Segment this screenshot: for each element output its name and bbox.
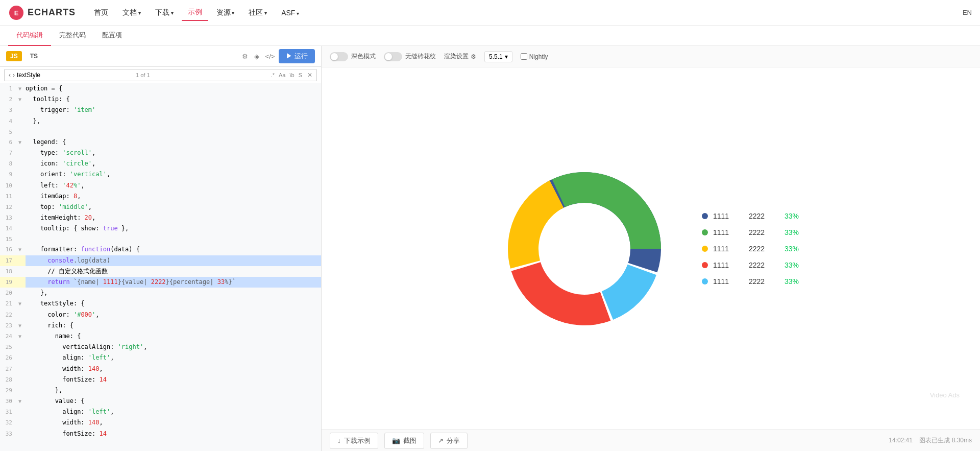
line-content: }, [26,288,321,298]
line-content: align: 'left', [26,352,321,363]
share-button[interactable]: ↗ 分享 [430,433,468,449]
search-close-icon[interactable]: ✕ [307,72,312,79]
code-line-15: 15 [0,234,321,244]
nightly-checkbox-group: Nightly [521,53,548,60]
settings-icon[interactable]: ⚙ [242,53,248,60]
nav-lang[interactable]: EN [963,9,972,16]
download-button[interactable]: ↓ 下载示例 [330,433,378,449]
version-label: 5.5.1 [489,53,503,60]
line-content: formatter: function(data) { [26,244,321,255]
line-number: 16 [0,244,18,254]
dark-mode-toggle[interactable] [330,52,348,61]
donut-segment [552,172,661,249]
nav-examples[interactable]: 示例 [182,5,208,21]
line-number: 6 [0,137,18,147]
search-next-icon[interactable]: › [13,72,15,79]
line-content: tooltip: { [26,94,321,105]
line-content [26,234,321,235]
seamless-toggle[interactable] [384,52,402,61]
line-number: 21 [0,298,18,308]
line-arrow: ▼ [18,137,26,147]
cube-icon[interactable]: ◈ [254,53,259,60]
legend-dot [702,213,708,219]
line-number: 31 [0,407,18,417]
code-line-1: 1▼option = { [0,83,321,94]
run-button[interactable]: ▶ 运行 [279,49,315,63]
nav-asf[interactable]: ASF [275,6,305,20]
legend-name: 1111 [713,228,744,236]
tab-config[interactable]: 配置项 [94,26,130,46]
share-label: 分享 [447,436,460,445]
dark-mode-toggle-group: 深色模式 [330,52,376,61]
line-number: 28 [0,374,18,385]
line-number: 30 [0,396,18,406]
tab-full-code[interactable]: 完整代码 [51,26,94,46]
line-content [26,127,321,128]
right-toolbar: 深色模式 无缝砖花纹 渲染设置 ⚙ 5.5.1 ▾ Nightly [322,46,980,67]
render-setting[interactable]: 渲染设置 ⚙ [444,52,476,61]
version-select[interactable]: 5.5.1 ▾ [484,51,512,62]
code-line-30: 30▼ value: { [0,396,321,407]
line-content: return `{name| 1111}{value| 2222}{percen… [26,277,321,288]
line-number: 10 [0,180,18,191]
line-arrow [18,255,26,257]
code-area[interactable]: 1▼option = {2▼ tooltip: {3 trigger: 'ite… [0,83,321,451]
line-arrow [18,266,26,268]
line-content: legend: { [26,137,321,148]
search-prev-icon[interactable]: ‹ [9,72,11,79]
code-line-5: 5 [0,127,321,137]
code-icon[interactable]: </> [265,53,275,60]
line-arrow [18,212,26,214]
nav-download[interactable]: 下载 [149,5,180,20]
search-count: 1 of 1 [136,72,150,78]
legend-name: 1111 [713,261,744,269]
code-line-31: 31 align: 'left', [0,407,321,417]
code-line-28: 28 fontSize: 14 [0,374,321,385]
line-number: 33 [0,429,18,439]
legend-percentage: 33% [785,245,799,253]
legend-item: 1111222233% [702,261,804,269]
code-line-24: 24▼ name: { [0,331,321,342]
line-arrow [18,374,26,376]
nav-resources[interactable]: 资源 [210,5,241,20]
line-content: width: 140, [26,417,321,428]
nightly-checkbox[interactable] [521,53,527,60]
search-input[interactable] [17,72,134,79]
line-number: 13 [0,212,18,223]
search-bar: ‹ › 1 of 1 .* Aa \b S ✕ [4,69,317,81]
line-arrow: ▼ [18,396,26,406]
code-line-29: 29 }, [0,385,321,396]
js-lang-button[interactable]: JS [6,51,22,61]
tab-code-editor[interactable]: 代码编辑 [8,26,51,46]
nav-community[interactable]: 社区 [242,5,273,20]
line-arrow [18,191,26,193]
line-number: 11 [0,191,18,201]
right-panel: 深色模式 无缝砖花纹 渲染设置 ⚙ 5.5.1 ▾ Nightly [322,46,980,451]
nav-docs[interactable]: 文档 [116,5,147,20]
screenshot-button[interactable]: 📷 截图 [384,433,424,449]
line-arrow [18,158,26,160]
code-line-6: 6▼ legend: { [0,137,321,148]
code-line-23: 23▼ rich: { [0,320,321,331]
code-line-14: 14 tooltip: { show: true }, [0,223,321,234]
line-number: 20 [0,288,18,298]
nav-home[interactable]: 首页 [88,5,114,20]
line-content: verticalAlign: 'right', [26,342,321,352]
line-arrow [18,352,26,354]
code-line-33: 33 fontSize: 14 [0,429,321,439]
download-label: 下载示例 [344,436,371,445]
line-content: align: 'left', [26,407,321,417]
download-icon: ↓ [337,437,341,444]
line-arrow [18,277,26,278]
legend-area: 1111222233%1111222233%1111222233%1111222… [702,212,804,286]
line-content: orient: 'vertical', [26,169,321,180]
render-time: 图表已生成 8.30ms [919,437,972,444]
legend-value: 2222 [749,245,779,253]
line-number: 22 [0,310,18,320]
seamless-label: 无缝砖花纹 [405,52,436,61]
code-line-7: 7 type: 'scroll', [0,148,321,158]
editor-panel: JS TS ⚙ ◈ </> ▶ 运行 ‹ › 1 of 1 .* Aa \b S… [0,46,322,451]
line-arrow: ▼ [18,244,26,254]
line-arrow [18,364,26,365]
ts-lang-button[interactable]: TS [26,51,42,61]
